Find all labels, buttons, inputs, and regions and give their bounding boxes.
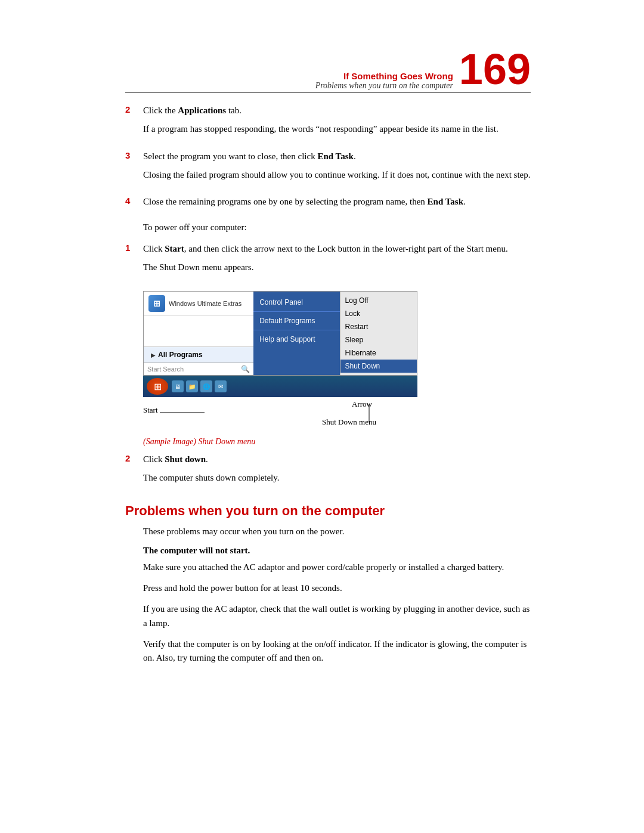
step-2b-text: Click Shut down. <box>143 453 531 466</box>
start-menu-left: ⊞ Windows Ultimate Extras ▶ All Programs… <box>144 292 253 375</box>
step-2-note: If a program has stopped responding, the… <box>143 122 531 136</box>
sm-search-placeholder: Start Search <box>147 366 239 373</box>
sm-start-button[interactable]: ⊞ <box>147 378 168 395</box>
step-2b-num: 2 <box>125 453 143 463</box>
page-header: If Something Goes Wrong Problems when yo… <box>125 48 531 91</box>
step-2b-bold: Shut down <box>165 454 206 464</box>
step-1b-content: Click Start, and then click the arrow ne… <box>143 242 531 281</box>
step-3-note: Closing the failed program should allow … <box>143 168 531 182</box>
sub-heading: The computer will not start. <box>143 546 531 556</box>
sm-logoff[interactable]: Log Off <box>340 294 417 307</box>
sm-taskbar-icon-2[interactable]: 📁 <box>186 380 198 392</box>
step-2-bold: Applications <box>178 106 226 115</box>
page-number: 169 <box>459 48 531 91</box>
sm-sleep[interactable]: Sleep <box>340 333 417 346</box>
sm-control-panel[interactable]: Control Panel <box>253 295 339 309</box>
screenshot-container: ⊞ Windows Ultimate Extras ▶ All Programs… <box>143 291 531 431</box>
sm-restart[interactable]: Restart <box>340 320 417 333</box>
section-heading: Problems when you turn on the computer <box>125 503 531 519</box>
sm-all-programs-label: All Programs <box>158 351 203 359</box>
step-1b-num: 1 <box>125 242 143 253</box>
sm-taskbar-icons: 🖥 📁 🌐 ✉ <box>172 380 227 392</box>
start-menu-mockup: ⊞ Windows Ultimate Extras ▶ All Programs… <box>143 291 531 397</box>
step-2b-block: 2 Click Shut down. The computer shuts do… <box>125 453 531 491</box>
step-2-num: 2 <box>125 104 143 114</box>
step-4-num: 4 <box>125 195 143 206</box>
sm-middle-divider <box>253 311 339 312</box>
sm-default-programs[interactable]: Default Programs <box>253 314 339 328</box>
sm-hibernate[interactable]: Hibernate <box>340 346 417 360</box>
header-sub-title: Problems when you turn on the computer <box>125 81 453 91</box>
section-para1: Make sure you attached the AC adaptor an… <box>143 561 531 574</box>
start-menu-right: Log Off Lock Restart Sleep Hibernate Shu… <box>340 292 417 375</box>
sm-middle-divider2 <box>253 330 339 330</box>
page-container: If Something Goes Wrong Problems when yo… <box>89 0 555 708</box>
step-3-bold: End Task <box>317 151 353 161</box>
shutdown-menu-label: Shut Down menu <box>322 417 376 427</box>
step-2-content: Click the Applications tab. If a program… <box>143 104 531 143</box>
section-intro: These problems may occur when you turn o… <box>143 525 531 538</box>
step-2b-note: The computer shuts down completely. <box>143 471 531 485</box>
step-3-block: 3 Select the program you want to close, … <box>125 150 531 188</box>
sm-all-programs[interactable]: ▶ All Programs <box>144 346 253 363</box>
sm-taskbar-icon-1[interactable]: 🖥 <box>172 380 184 392</box>
step-1b-bold: Start <box>165 244 184 253</box>
step-3-num: 3 <box>125 150 143 160</box>
step-3-content: Select the program you want to close, th… <box>143 150 531 188</box>
chapter-title: If Something Goes Wrong <box>125 71 453 81</box>
sm-taskbar: ⊞ 🖥 📁 🌐 ✉ <box>143 376 417 397</box>
section-para2: Press and hold the power button for at l… <box>143 581 531 595</box>
sm-search-bar: Start Search 🔍 <box>144 363 253 375</box>
sm-windows-extras-label: Windows Ultimate Extras <box>169 300 242 307</box>
step-1b-text: Click Start, and then click the arrow ne… <box>143 242 531 256</box>
sm-submenu-arrow-icon: ▶ <box>151 352 156 358</box>
sm-search-icon[interactable]: 🔍 <box>241 365 250 373</box>
step-2b-content: Click Shut down. The computer shuts down… <box>143 453 531 491</box>
sm-lock[interactable]: Lock <box>340 307 417 320</box>
step-2-text: Click the Applications tab. <box>143 104 531 117</box>
start-menu-window: ⊞ Windows Ultimate Extras ▶ All Programs… <box>143 291 417 376</box>
sm-help-support[interactable]: Help and Support <box>253 332 339 346</box>
header-title-block: If Something Goes Wrong Problems when yo… <box>125 71 453 91</box>
step-1b-note: The Shut Down menu appears. <box>143 261 531 274</box>
sm-shutdown[interactable]: Shut Down <box>340 360 417 373</box>
start-menu-middle: Control Panel Default Programs Help and … <box>253 292 339 375</box>
step-4-bold: End Task <box>428 197 463 206</box>
section-para3: If you are using the AC adaptor, check t… <box>143 602 531 630</box>
step-4-text: Close the remaining programs one by one … <box>143 195 531 209</box>
sm-taskbar-icon-3[interactable]: 🌐 <box>200 380 212 392</box>
start-arrow-line <box>160 409 208 416</box>
screenshot-annotations: Start Arrow Shut Down menu <box>143 398 531 431</box>
section-para4: Verify that the computer is on by lookin… <box>143 637 531 665</box>
sm-logo-icon: ⊞ <box>148 295 165 312</box>
sm-left-top: ⊞ Windows Ultimate Extras <box>144 292 253 316</box>
step-3-text: Select the program you want to close, th… <box>143 150 531 163</box>
step-4-content: Close the remaining programs one by one … <box>143 195 531 213</box>
sample-caption: (Sample Image) Shut Down menu <box>143 437 531 447</box>
step-4-block: 4 Close the remaining programs one by on… <box>125 195 531 213</box>
power-off-intro: To power off your computer: <box>143 221 531 234</box>
sm-taskbar-icon-4[interactable]: ✉ <box>215 380 227 392</box>
start-label: Start <box>143 405 158 415</box>
step-2-block: 2 Click the Applications tab. If a progr… <box>125 104 531 143</box>
step-1b-block: 1 Click Start, and then click the arrow … <box>125 242 531 281</box>
